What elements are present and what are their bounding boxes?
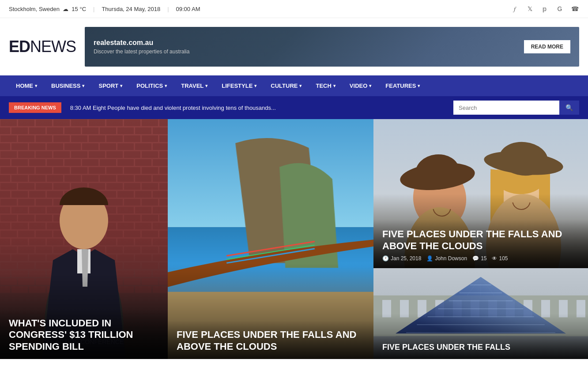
right-column: FIVE PLACES UNDER THE FALLS AND ABOVE TH… [373, 119, 588, 359]
main-content-grid: WHAT'S INCLUDED IN CONGRESS' $13 TRILLIO… [0, 119, 588, 359]
top-bar: Stockholm, Sweden ☁ 15 °C | Thursda, 24 … [0, 0, 588, 18]
chevron-down-icon: ▾ [35, 83, 37, 88]
logo-bold: ED [9, 37, 30, 56]
nav-features[interactable]: FEATURES ▾ [378, 75, 427, 96]
logo[interactable]: EDNEWS [9, 37, 76, 56]
ad-subtitle: Discover the latest properties of austra… [94, 49, 189, 55]
chevron-down-icon: ▾ [82, 83, 84, 88]
nav-home[interactable]: HOME ▾ [9, 75, 44, 96]
chevron-down-icon: ▾ [369, 83, 371, 88]
facebook-icon[interactable]: 𝑓 [510, 4, 519, 13]
social-icons: 𝑓 𝕏 𝕡 G ☎ [510, 4, 579, 13]
card-women-meta: 🕐 Jan 25, 2018 👤 John Dowson 💬 15 👁 105 [382, 255, 579, 262]
twitter-icon[interactable]: 𝕏 [525, 4, 534, 13]
google-icon[interactable]: G [555, 4, 564, 13]
nav-sport[interactable]: SPORT ▾ [91, 75, 129, 96]
card-thailand-overlay: FIVE PLACES UNDER THE FALLS AND ABOVE TH… [168, 320, 373, 359]
rss-icon[interactable]: ☎ [570, 4, 579, 13]
card-congress[interactable]: WHAT'S INCLUDED IN CONGRESS' $13 TRILLIO… [0, 119, 168, 359]
breaking-badge[interactable]: BREAKING NEWS [9, 102, 61, 113]
card-women[interactable]: FIVE PLACES UNDER THE FALLS AND ABOVE TH… [373, 119, 588, 268]
nav-business[interactable]: BUSINESS ▾ [44, 75, 91, 96]
chevron-down-icon: ▾ [299, 83, 302, 88]
date: Thursda, 24 May, 2018 [102, 6, 160, 12]
ad-site: realestate.com.au [94, 39, 189, 47]
search-button[interactable]: 🔍 [559, 101, 579, 115]
nav-lifestyle[interactable]: LIFESTYLE ▾ [215, 75, 264, 96]
header: EDNEWS realestate.com.au Discover the la… [0, 18, 588, 75]
chevron-down-icon: ▾ [254, 83, 256, 88]
ad-text: realestate.com.au Discover the latest pr… [94, 39, 189, 55]
meta-comments: 💬 15 [472, 255, 486, 262]
logo-light: NEWS [30, 37, 76, 56]
nav-culture[interactable]: CULTURE ▾ [264, 75, 309, 96]
main-nav: HOME ▾ BUSINESS ▾ SPORT ▾ POLITICS ▾ TRA… [0, 75, 588, 96]
card-thailand[interactable]: FIVE PLACES UNDER THE FALLS AND ABOVE TH… [168, 119, 373, 359]
nav-video[interactable]: VIDEO ▾ [343, 75, 378, 96]
card-women-title: FIVE PLACES UNDER THE FALLS AND ABOVE TH… [382, 228, 579, 252]
search-input[interactable] [453, 101, 559, 115]
nav-travel[interactable]: TRAVEL ▾ [174, 75, 215, 96]
card-congress-title: WHAT'S INCLUDED IN CONGRESS' $13 TRILLIO… [9, 318, 159, 352]
meta-date: 🕐 Jan 25, 2018 [382, 255, 421, 262]
time: 09:00 AM [176, 6, 200, 12]
location-text: Stockholm, Sweden [9, 6, 60, 12]
chevron-down-icon: ▾ [120, 83, 122, 88]
comment-icon: 💬 [472, 255, 479, 262]
card-congress-overlay: WHAT'S INCLUDED IN CONGRESS' $13 TRILLIO… [0, 309, 168, 359]
card-louvre[interactable]: FIVE PLACES UNDER THE FALLS [373, 268, 588, 359]
clock-icon: 🕐 [382, 255, 389, 262]
card-thailand-title: FIVE PLACES UNDER THE FALLS AND ABOVE TH… [177, 329, 365, 352]
chevron-down-icon: ▾ [418, 83, 420, 88]
meta-author: 👤 John Dowson [426, 255, 467, 262]
search-box: 🔍 [453, 101, 579, 115]
divider2: | [167, 6, 169, 12]
ad-banner: realestate.com.au Discover the latest pr… [85, 27, 579, 67]
chevron-down-icon: ▾ [165, 83, 167, 88]
ad-read-more-button[interactable]: READ MORE [524, 40, 570, 53]
location: Stockholm, Sweden ☁ 15 °C [9, 6, 86, 12]
breaking-news-bar: BREAKING NEWS 8:30 AM Eight People have … [0, 96, 588, 119]
nav-tech[interactable]: TECH ▾ [309, 75, 342, 96]
chevron-down-icon: ▾ [333, 83, 335, 88]
divider1: | [93, 6, 94, 12]
card-women-overlay: FIVE PLACES UNDER THE FALLS AND ABOVE TH… [373, 220, 588, 268]
breaking-text: 8:30 AM Eight People have died and viole… [70, 105, 445, 111]
pinterest-icon[interactable]: 𝕡 [540, 4, 549, 13]
user-icon: 👤 [426, 255, 433, 262]
card-louvre-title: FIVE PLACES UNDER THE FALLS [382, 343, 579, 352]
card-louvre-overlay: FIVE PLACES UNDER THE FALLS [373, 334, 588, 359]
top-bar-left: Stockholm, Sweden ☁ 15 °C | Thursda, 24 … [9, 6, 200, 12]
eye-icon: 👁 [492, 255, 497, 262]
nav-politics[interactable]: POLITICS ▾ [129, 75, 174, 96]
temperature: 15 °C [72, 6, 86, 12]
chevron-down-icon: ▾ [205, 83, 207, 88]
meta-views: 👁 105 [492, 255, 508, 262]
